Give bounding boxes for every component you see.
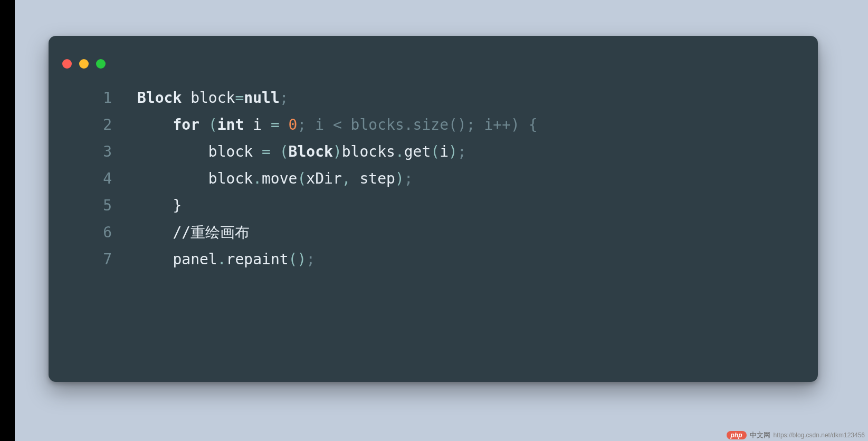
code-line: 4 block.move(xDir, step); bbox=[49, 165, 807, 192]
line-number: 5 bbox=[49, 192, 137, 219]
token-ident bbox=[244, 116, 253, 133]
token-ident: block bbox=[208, 170, 253, 187]
code-line: 1Block block=null; bbox=[49, 84, 807, 111]
line-number: 3 bbox=[49, 138, 137, 165]
code-content[interactable]: Block block=null; bbox=[137, 84, 289, 111]
token-punct: ) bbox=[449, 143, 457, 160]
token-ident bbox=[253, 143, 262, 160]
line-number: 4 bbox=[49, 165, 137, 192]
code-line: 2 for (int i = 0; i < blocks.size(); i++… bbox=[49, 111, 807, 138]
code-snippet-card: 1Block block=null;2 for (int i = 0; i < … bbox=[49, 36, 818, 382]
token-op: = bbox=[262, 143, 271, 160]
line-number: 2 bbox=[49, 111, 137, 138]
token-ident: panel bbox=[173, 251, 217, 268]
token-dim: ; bbox=[404, 170, 413, 187]
token-punct: ( bbox=[297, 170, 306, 187]
token-ident: block bbox=[190, 89, 235, 107]
watermark: php 中文网 https://blog.csdn.net/dkm123456 bbox=[727, 430, 865, 440]
token-punct: ( bbox=[431, 143, 440, 160]
token-ident bbox=[137, 170, 208, 187]
window-titlebar bbox=[49, 36, 818, 69]
code-line: 3 block = (Block)blocks.get(i); bbox=[49, 138, 807, 165]
token-ident bbox=[137, 251, 173, 268]
token-ident bbox=[351, 170, 360, 187]
token-ident bbox=[137, 224, 173, 241]
token-ident: } bbox=[173, 197, 182, 214]
token-ident: i bbox=[440, 143, 449, 160]
token-type: Block bbox=[289, 143, 333, 160]
token-ident bbox=[137, 197, 173, 214]
token-ident: blocks bbox=[342, 143, 395, 160]
token-ident bbox=[262, 116, 271, 133]
token-punct: ( bbox=[280, 143, 289, 160]
token-comment: //重绘画布 bbox=[173, 224, 250, 241]
token-num: 0 bbox=[289, 116, 298, 133]
left-black-strip bbox=[0, 0, 15, 441]
token-ident bbox=[271, 143, 280, 160]
token-kw: for bbox=[173, 116, 199, 133]
line-number: 6 bbox=[49, 219, 137, 246]
token-op: , bbox=[342, 170, 351, 187]
token-ident bbox=[280, 116, 289, 133]
code-content[interactable]: panel.repaint(); bbox=[137, 246, 315, 273]
token-dim: ; bbox=[280, 89, 289, 107]
token-dim: ; bbox=[457, 143, 466, 160]
token-op: . bbox=[253, 170, 262, 187]
token-call: repaint bbox=[226, 251, 289, 268]
token-ident bbox=[182, 89, 190, 107]
watermark-url: https://blog.csdn.net/dkm123456 bbox=[774, 432, 865, 439]
token-dim: ; bbox=[306, 251, 315, 268]
token-punct: ( bbox=[208, 116, 217, 133]
token-ident bbox=[199, 116, 208, 133]
token-ident: block bbox=[208, 143, 253, 160]
code-area: 1Block block=null;2 for (int i = 0; i < … bbox=[49, 69, 818, 273]
token-ident: step bbox=[359, 170, 395, 187]
code-content[interactable]: for (int i = 0; i < blocks.size(); i++) … bbox=[137, 111, 538, 138]
code-content[interactable]: //重绘画布 bbox=[137, 219, 250, 246]
code-content[interactable]: block.move(xDir, step); bbox=[137, 165, 413, 192]
token-type: int bbox=[217, 116, 244, 133]
token-call: get bbox=[404, 143, 431, 160]
code-content[interactable]: } bbox=[137, 192, 182, 219]
line-number: 7 bbox=[49, 246, 137, 273]
token-ident bbox=[137, 116, 173, 133]
token-ident bbox=[137, 143, 208, 160]
code-content[interactable]: block = (Block)blocks.get(i); bbox=[137, 138, 466, 165]
php-badge: php bbox=[727, 431, 747, 439]
token-ident: i bbox=[253, 116, 262, 133]
token-punct: () bbox=[289, 251, 307, 268]
code-line: 5 } bbox=[49, 192, 807, 219]
token-op: = bbox=[235, 89, 244, 107]
token-type: Block bbox=[137, 89, 182, 107]
token-dim: ; i < blocks.size(); i++) { bbox=[297, 116, 537, 133]
token-punct: ) bbox=[333, 143, 342, 160]
token-op: . bbox=[217, 251, 226, 268]
watermark-label: 中文网 bbox=[750, 430, 770, 440]
token-ident: xDir bbox=[306, 170, 341, 187]
code-line: 6 //重绘画布 bbox=[49, 219, 807, 246]
token-op: = bbox=[271, 116, 280, 133]
token-kw: null bbox=[244, 89, 279, 107]
maximize-icon[interactable] bbox=[96, 59, 106, 69]
token-punct: ) bbox=[395, 170, 404, 187]
token-op: . bbox=[395, 143, 404, 160]
close-icon[interactable] bbox=[62, 59, 72, 69]
code-line: 7 panel.repaint(); bbox=[49, 246, 807, 273]
line-number: 1 bbox=[49, 84, 137, 111]
minimize-icon[interactable] bbox=[79, 59, 89, 69]
token-call: move bbox=[262, 170, 297, 187]
